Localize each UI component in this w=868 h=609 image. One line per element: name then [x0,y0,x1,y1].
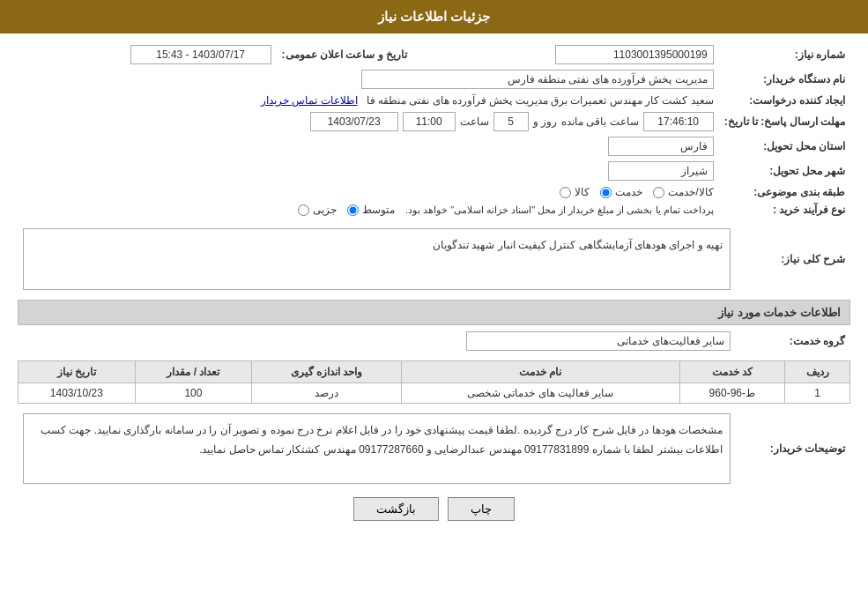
col-name: نام خدمت [402,361,680,383]
buyer-notes-value: مشخصات هودها در فایل شرح کار درج گردیده … [23,413,731,484]
back-button[interactable]: بازگشت [353,497,439,521]
deadline-date-value: 1403/07/23 [310,112,398,131]
category-option3-label: کالا/خدمت [668,186,713,198]
category-radio-goods-service[interactable] [653,187,664,198]
purchase-radio-medium[interactable] [347,204,359,216]
col-code: کد خدمت [679,361,784,383]
purchase-option-small[interactable]: جزیی [298,204,337,216]
purchase-type-label: نوع فرآیند خرید : [719,201,850,219]
purchase-option1-label: جزیی [313,204,337,216]
cell-code: ط-96-960 [679,383,784,404]
cell-measure: درصد [252,383,402,404]
requester-contact-link[interactable]: اطلاعات تماس خریدار [261,94,358,107]
deadline-remaining-value: 17:46:10 [643,112,714,131]
buyer-org-value: مدیریت پخش فرآورده های نفتی منطقه فارس [361,70,714,89]
category-label: طبقه بندی موضوعی: [719,183,850,201]
province-label: استان محل تحویل: [719,134,850,159]
deadline-time-value: 11:00 [403,112,456,131]
purchase-radio-small[interactable] [298,204,309,216]
category-option-service[interactable]: خدمت [600,186,642,198]
print-button[interactable]: چاپ [448,497,515,521]
cell-row-num: 1 [785,383,850,404]
request-number-label: شماره نیاز: [719,42,850,67]
page-header: جزئیات اطلاعات نیاز [0,0,868,33]
city-value: شیراز [608,161,714,181]
cell-quantity: 100 [135,383,252,404]
requester-label: ایجاد کننده درخواست: [719,92,850,109]
deadline-remaining-label: ساعت باقی مانده [561,115,639,128]
description-value: تهیه و اجرای هودهای آزمایشگاهی کنترل کیف… [23,228,731,290]
deadline-days-value: 5 [493,112,529,131]
city-label: شهر محل تحویل: [719,159,850,183]
cell-name: سایر فعالیت های خدماتی شخصی [402,383,680,404]
category-option1-label: کالا [575,186,590,198]
public-date-label: تاریخ و ساعت اعلان عمومی: [277,42,412,67]
category-option-goods[interactable]: کالا [560,186,590,198]
purchase-note: پرداخت تمام یا بخشی از مبلغ خریدار از مح… [405,204,714,216]
deadline-time-label: ساعت [460,115,489,128]
services-table: ردیف کد خدمت نام خدمت واحد اندازه گیری ت… [18,360,850,404]
col-quantity: تعداد / مقدار [135,361,252,383]
service-group-value: سایر فعالیت‌های خدماتی [466,331,731,351]
service-group-label: گروه خدمت: [736,329,850,353]
services-section-header: اطلاعات خدمات مورد نیاز [18,300,850,325]
public-date-value: 1403/07/17 - 15:43 [130,45,271,64]
page-title: جزئیات اطلاعات نیاز [378,9,490,24]
description-section-label: شرح کلی نیاز: [736,226,850,293]
table-row: 1 ط-96-960 سایر فعالیت های خدماتی شخصی د… [19,383,850,404]
deadline-day-label: روز و [533,115,557,128]
category-option2-label: خدمت [615,186,642,198]
cell-date: 1403/10/23 [19,383,136,404]
action-buttons: چاپ بازگشت [18,497,850,521]
category-radio-service[interactable] [600,187,612,198]
col-measure: واحد اندازه گیری [252,361,402,383]
category-radio-goods[interactable] [560,187,571,198]
province-value: فارس [608,137,714,156]
request-number-value: 1103001395000199 [555,45,714,64]
col-row: ردیف [785,361,850,383]
deadline-label: مهلت ارسال پاسخ: تا تاریخ: [719,109,850,134]
purchase-option2-label: متوسط [362,204,395,216]
buyer-notes-label: توضیحات خریدار: [736,411,850,486]
col-date: تاریخ نیاز [19,361,136,383]
buyer-org-label: نام دستگاه خریدار: [719,67,850,92]
purchase-option-medium[interactable]: متوسط [347,204,395,216]
requester-name: سعید کشت کار مهندس تعمیرات برق مدیریت پخ… [367,94,714,107]
category-option-goods-service[interactable]: کالا/خدمت [653,186,713,198]
